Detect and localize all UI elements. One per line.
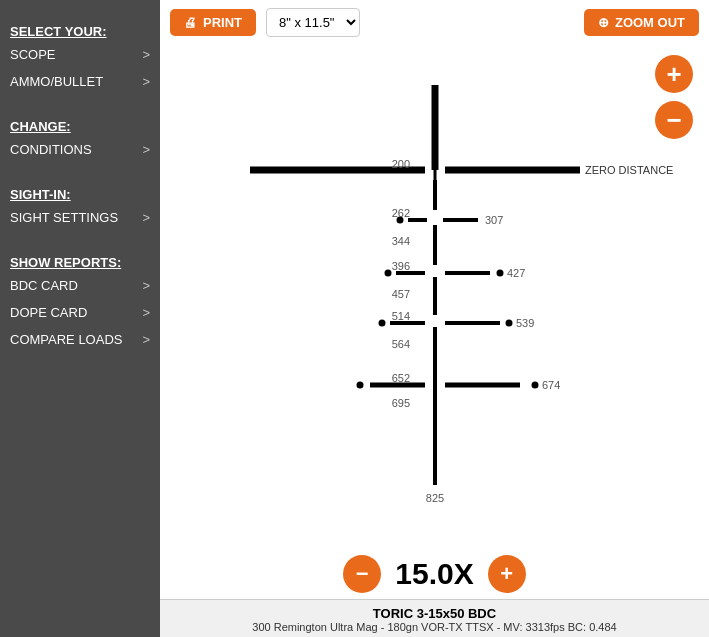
reticle-container: 200 ZERO DISTANCE 262 307 344 xyxy=(160,45,709,549)
sidebar-sight-label: SIGHT SETTINGS xyxy=(10,210,118,225)
sidebar: SELECT YOUR: SCOPE > AMMO/BULLET > CHANG… xyxy=(0,0,160,637)
topbar: 🖨 PRINT 8" x 11.5" ⊕ ZOOM OUT xyxy=(160,0,709,45)
printer-icon: 🖨 xyxy=(184,15,197,30)
svg-point-22 xyxy=(379,320,386,327)
scope-area: + − 200 ZERO DISTANCE xyxy=(160,45,709,637)
svg-text:307: 307 xyxy=(485,214,503,226)
svg-text:514: 514 xyxy=(392,310,410,322)
svg-text:695: 695 xyxy=(392,397,410,409)
sidebar-dope-label: DOPE CARD xyxy=(10,305,87,320)
scope-detail: 300 Remington Ultra Mag - 180gn VOR-TX T… xyxy=(160,621,709,633)
change-label: CHANGE: xyxy=(0,109,160,136)
sidebar-compare-label: COMPARE LOADS xyxy=(10,332,122,347)
mag-plus-button[interactable]: + xyxy=(488,555,526,593)
main-content: 🖨 PRINT 8" x 11.5" ⊕ ZOOM OUT + − xyxy=(160,0,709,637)
reports-label: SHOW REPORTS: xyxy=(0,245,160,272)
svg-text:200: 200 xyxy=(392,158,410,170)
svg-text:ZERO DISTANCE: ZERO DISTANCE xyxy=(585,164,673,176)
sidebar-item-sight-settings[interactable]: SIGHT SETTINGS > xyxy=(0,204,160,231)
select-label: SELECT YOUR: xyxy=(0,14,160,41)
svg-text:564: 564 xyxy=(392,338,410,350)
sidebar-ammo-arrow: > xyxy=(142,74,150,89)
print-label: PRINT xyxy=(203,15,242,30)
sidebar-item-ammo[interactable]: AMMO/BULLET > xyxy=(0,68,160,95)
svg-text:825: 825 xyxy=(426,492,444,504)
svg-text:674: 674 xyxy=(542,379,560,391)
sidebar-ammo-label: AMMO/BULLET xyxy=(10,74,103,89)
svg-point-17 xyxy=(497,270,504,277)
sidebar-compare-arrow: > xyxy=(142,332,150,347)
sidebar-item-bdc-card[interactable]: BDC CARD > xyxy=(0,272,160,299)
svg-text:457: 457 xyxy=(392,288,410,300)
sightin-label: SIGHT-IN: xyxy=(0,177,160,204)
sidebar-scope-arrow: > xyxy=(142,47,150,62)
sidebar-item-dope-card[interactable]: DOPE CARD > xyxy=(0,299,160,326)
magnification-controls: − 15.0X + xyxy=(343,549,525,599)
zoom-out-button[interactable]: ⊕ ZOOM OUT xyxy=(584,9,699,36)
svg-text:652: 652 xyxy=(392,372,410,384)
paper-size-select[interactable]: 8" x 11.5" xyxy=(266,8,360,37)
mag-minus-button[interactable]: − xyxy=(343,555,381,593)
sidebar-item-compare-loads[interactable]: COMPARE LOADS > xyxy=(0,326,160,353)
sidebar-conditions-arrow: > xyxy=(142,142,150,157)
sidebar-conditions-label: CONDITIONS xyxy=(10,142,92,157)
sidebar-item-scope[interactable]: SCOPE > xyxy=(0,41,160,68)
sidebar-bdc-label: BDC CARD xyxy=(10,278,78,293)
svg-point-33 xyxy=(532,382,539,389)
zoom-out-label: ZOOM OUT xyxy=(615,15,685,30)
print-button[interactable]: 🖨 PRINT xyxy=(170,9,256,36)
sidebar-bdc-arrow: > xyxy=(142,278,150,293)
bottom-bar: TORIC 3-15x50 BDC 300 Remington Ultra Ma… xyxy=(160,599,709,637)
sidebar-item-conditions[interactable]: CONDITIONS > xyxy=(0,136,160,163)
svg-point-25 xyxy=(506,320,513,327)
svg-point-30 xyxy=(357,382,364,389)
svg-text:539: 539 xyxy=(516,317,534,329)
sidebar-scope-label: SCOPE xyxy=(10,47,56,62)
sidebar-sight-arrow: > xyxy=(142,210,150,225)
magnification-value: 15.0X xyxy=(395,557,473,591)
svg-text:427: 427 xyxy=(507,267,525,279)
zoom-icon: ⊕ xyxy=(598,15,609,30)
reticle-svg: 200 ZERO DISTANCE 262 307 344 xyxy=(160,55,709,515)
svg-text:396: 396 xyxy=(392,260,410,272)
svg-text:262: 262 xyxy=(392,207,410,219)
scope-name: TORIC 3-15x50 BDC xyxy=(160,606,709,621)
sidebar-dope-arrow: > xyxy=(142,305,150,320)
svg-text:344: 344 xyxy=(392,235,410,247)
svg-point-14 xyxy=(385,270,392,277)
